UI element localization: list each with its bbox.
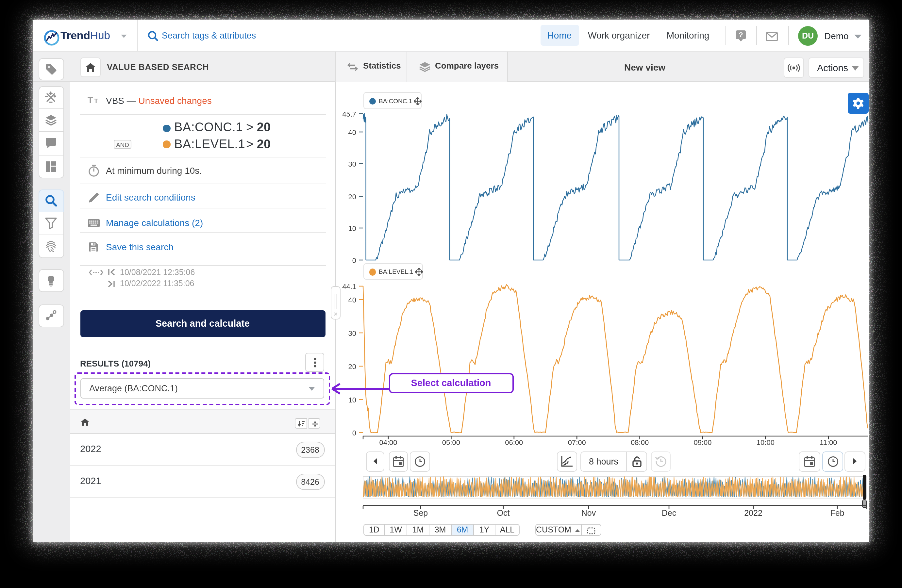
svg-text:0: 0 xyxy=(352,429,356,437)
svg-text:10: 10 xyxy=(348,224,356,233)
svg-text:2022: 2022 xyxy=(744,508,763,518)
svg-text:45.7: 45.7 xyxy=(342,110,356,118)
svg-text:07:00: 07:00 xyxy=(568,438,586,447)
svg-text:08:00: 08:00 xyxy=(631,438,649,447)
svg-text:11:00: 11:00 xyxy=(820,438,837,447)
svg-text:0: 0 xyxy=(352,256,356,264)
svg-text:T: T xyxy=(88,95,93,105)
svg-text:40: 40 xyxy=(348,296,356,304)
svg-text:20: 20 xyxy=(348,193,356,201)
svg-text:30: 30 xyxy=(348,160,356,168)
svg-text:10:00: 10:00 xyxy=(756,438,775,447)
svg-text:Dec: Dec xyxy=(662,508,676,518)
svg-text:40: 40 xyxy=(348,128,356,136)
svg-text:Nov: Nov xyxy=(581,508,596,518)
svg-text:T: T xyxy=(94,97,98,105)
svg-text:Feb: Feb xyxy=(830,508,844,518)
svg-text:20: 20 xyxy=(348,363,356,371)
svg-text:09:00: 09:00 xyxy=(694,438,711,447)
svg-text:44.1: 44.1 xyxy=(342,283,356,291)
svg-text:04:00: 04:00 xyxy=(379,438,397,447)
svg-text:Oct: Oct xyxy=(497,508,510,518)
svg-text:?: ? xyxy=(738,31,742,39)
svg-text:06:00: 06:00 xyxy=(505,438,523,447)
svg-text:30: 30 xyxy=(348,329,356,338)
svg-text:Sep: Sep xyxy=(413,508,428,518)
svg-text:05:00: 05:00 xyxy=(442,438,460,447)
